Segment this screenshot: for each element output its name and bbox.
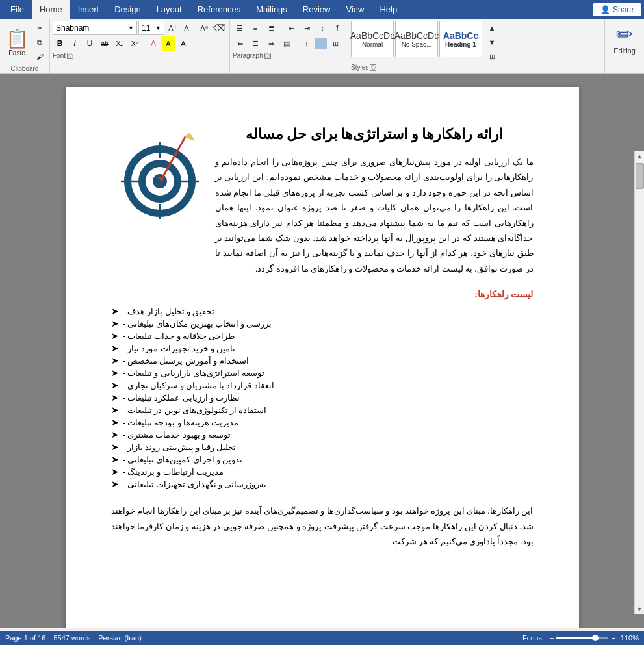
highlight-button[interactable]: A — [161, 36, 175, 51]
bullet-icon: ➤ — [111, 429, 119, 440]
numbering-button[interactable]: ≡ — [248, 21, 263, 35]
tab-view[interactable]: View — [338, 0, 372, 19]
subscript-button[interactable]: X₂ — [112, 36, 127, 51]
justify-button[interactable]: ▤ — [279, 36, 294, 51]
bold-button[interactable]: B — [53, 36, 67, 51]
bullet-icon: ➤ — [111, 454, 119, 465]
tab-file[interactable]: File — [3, 0, 32, 19]
show-hide-button[interactable]: ¶ — [331, 21, 345, 35]
underline-button[interactable]: U — [83, 36, 97, 51]
list-item: تحقیق و تحلیل بازار هدف - ➤ — [111, 305, 534, 318]
paragraph-expand-icon[interactable]: ⬡ — [264, 53, 271, 59]
styles-expand[interactable]: ⊞ — [485, 49, 499, 64]
zoom-level[interactable]: 110% — [621, 634, 639, 642]
list-item: طراحی خلاقانه و جذاب تبلیغات - ➤ — [111, 330, 534, 342]
scroll-track[interactable] — [635, 160, 644, 604]
decrease-font-button[interactable]: A⁻ — [181, 21, 196, 35]
format-painter-button[interactable]: 🖌 — [32, 49, 47, 64]
zoom-bar: − + 110% — [550, 634, 639, 642]
zoom-slider[interactable] — [556, 637, 608, 639]
scroll-up-arrow[interactable]: ▲ — [635, 151, 644, 160]
style-no-spacing[interactable]: AaBbCcDc No Spac... — [395, 21, 438, 57]
clipboard-label: Clipboard — [3, 65, 47, 72]
ribbon-tab-bar: File Home Insert Design Layout Reference… — [0, 0, 644, 19]
bullet-icon: ➤ — [111, 368, 119, 379]
bullet-icon: ➤ — [111, 306, 119, 317]
decrease-indent-button[interactable]: ⇤ — [284, 21, 298, 35]
multi-level-list-button[interactable]: ≣ — [264, 21, 278, 35]
list-item: توسعه و بهبود خدمات مشتری - ➤ — [111, 429, 534, 441]
paste-button[interactable]: 📋 Paste — [3, 21, 31, 64]
tab-layout[interactable]: Layout — [149, 0, 190, 19]
align-center-button[interactable]: ☰ — [248, 36, 263, 51]
copy-button[interactable]: ⧉ — [32, 35, 47, 49]
page-info: Page 1 of 16 — [5, 634, 45, 642]
tab-insert[interactable]: Insert — [70, 0, 107, 19]
styles-expand-icon[interactable]: ⬡ — [370, 64, 376, 71]
tab-mailings[interactable]: Mailings — [248, 0, 295, 19]
clipboard-group: 📋 Paste ✂ ⧉ 🖌 Clipboard — [0, 19, 50, 73]
share-button[interactable]: 👤 Share — [593, 3, 641, 16]
scroll-down-arrow[interactable]: ▼ — [635, 604, 644, 614]
font-group-label: Font ⬡ — [53, 52, 227, 59]
list-item: مدیریت هزینه‌ها و بودجه تبلیغات - ➤ — [111, 416, 534, 429]
styles-scroll-down[interactable]: ▼ — [485, 35, 499, 49]
paragraph-group: ☰ ≡ ≣ ⇤ ⇥ ↕ ¶ ⬅ ☰ ➡ ▤ ↕ ⊞ Paragraph ⬡ — [230, 19, 348, 73]
editing-label: Editing — [613, 47, 636, 55]
vertical-scrollbar[interactable]: ▲ ▼ — [634, 151, 644, 614]
font-size-selector[interactable]: 11 ▼ — [138, 21, 164, 35]
doc-page[interactable]: ارائه راهکارها و استراتژی‌ها برای حل مسا… — [66, 87, 579, 628]
clear-formatting-button[interactable]: ⌫ — [213, 21, 227, 35]
superscript-button[interactable]: X² — [127, 36, 142, 51]
bullet-icon: ➤ — [111, 466, 119, 477]
borders-button[interactable]: ⊞ — [328, 36, 342, 51]
strikethrough-button[interactable]: ab — [97, 36, 112, 51]
font-name-selector[interactable]: Shabnam ▼ — [53, 21, 137, 35]
focus-label[interactable]: Focus — [522, 634, 542, 642]
align-right-button[interactable]: ➡ — [264, 36, 278, 51]
person-icon: 👤 — [600, 5, 610, 14]
font-expand-icon[interactable]: ⬡ — [67, 53, 73, 59]
list-item: مدیریت ارتباطات و برندینگ - ➤ — [111, 466, 534, 478]
line-spacing-button[interactable]: ↕ — [300, 36, 314, 51]
cut-button[interactable]: ✂ — [32, 21, 47, 35]
font-name-dropdown-icon: ▼ — [128, 25, 134, 31]
increase-font-button[interactable]: A⁺ — [166, 21, 180, 35]
styles-scroll-up[interactable]: ▲ — [485, 21, 499, 35]
editing-group: ✏ Editing — [605, 19, 644, 73]
word-count: 5547 words — [53, 634, 90, 642]
list-item: انعقاد قرارداد با مشتریان و شرکیان تجاری… — [111, 379, 534, 392]
bullet-icon: ➤ — [111, 479, 119, 490]
increase-indent-button[interactable]: ⇥ — [300, 21, 314, 35]
status-right: Focus − + 110% — [522, 634, 639, 642]
tab-design[interactable]: Design — [107, 0, 148, 19]
italic-button[interactable]: I — [68, 36, 82, 51]
change-case-button[interactable]: Aᵃ — [197, 21, 211, 35]
shading-button[interactable] — [315, 38, 327, 49]
tab-review[interactable]: Review — [295, 0, 339, 19]
style-heading1[interactable]: AaBbCc Heading 1 — [439, 21, 482, 57]
bullet-icon: ➤ — [111, 380, 119, 391]
clipboard-side: ✂ ⧉ 🖌 — [32, 21, 47, 64]
text-effects-button[interactable]: A — [176, 36, 190, 51]
scroll-thumb[interactable] — [636, 163, 644, 189]
tab-help[interactable]: Help — [372, 0, 405, 19]
tab-home[interactable]: Home — [32, 0, 70, 19]
style-normal-label: Normal — [362, 41, 383, 48]
zoom-slider-thumb[interactable] — [592, 635, 599, 641]
zoom-in-button[interactable]: + — [611, 634, 615, 642]
paragraph-group-label: Paragraph ⬡ — [233, 52, 345, 59]
align-left-button[interactable]: ⬅ — [233, 36, 247, 51]
editing-icon[interactable]: ✏ — [616, 22, 634, 47]
zoom-out-button[interactable]: − — [550, 634, 554, 642]
bullet-icon: ➤ — [111, 318, 119, 329]
sort-button[interactable]: ↕ — [315, 21, 329, 35]
bullets-button[interactable]: ☰ — [233, 21, 247, 35]
bullet-icon: ➤ — [111, 331, 119, 342]
font-color-button[interactable]: A — [146, 36, 161, 51]
style-heading1-preview: AaBbCc — [443, 31, 478, 41]
svg-point-4 — [153, 174, 167, 188]
tab-references[interactable]: References — [190, 0, 248, 19]
bullet-icon: ➤ — [111, 417, 119, 428]
style-normal[interactable]: AaBbCcDc Normal — [351, 21, 394, 57]
